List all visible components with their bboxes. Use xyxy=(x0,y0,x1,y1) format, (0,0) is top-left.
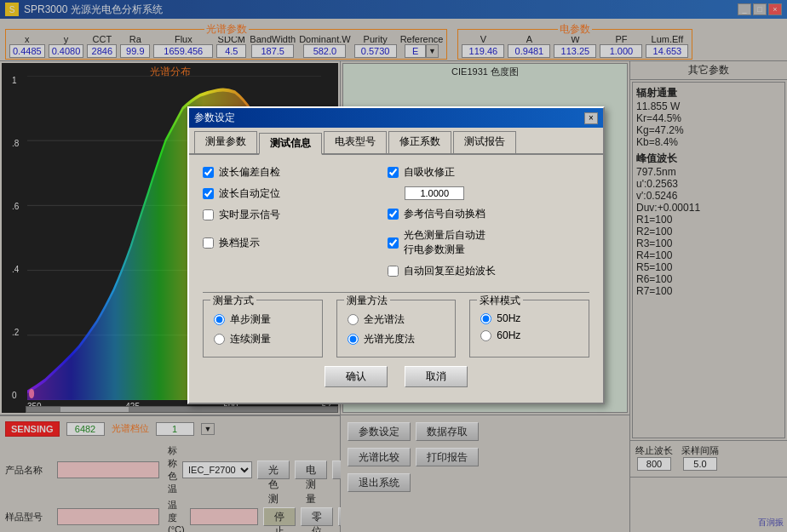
measure-mode-label: 测量方式 xyxy=(210,294,256,308)
continuous-radio[interactable] xyxy=(214,334,225,345)
wavelength-auto-pos-check[interactable] xyxy=(203,188,214,199)
60hz-row: 60Hz xyxy=(480,329,578,341)
ref-signal-auto-switch-row: 参考信号自动换档 xyxy=(388,207,589,221)
50hz-radio[interactable] xyxy=(480,313,491,324)
realtime-signal-label: 实时显示信号 xyxy=(219,208,280,222)
realtime-signal-row: 实时显示信号 xyxy=(203,208,371,222)
50hz-row: 50Hz xyxy=(480,312,578,324)
full-spectrum-radio[interactable] xyxy=(348,314,359,325)
measure-mode-group: 测量方式 单步测量 连续测量 xyxy=(203,300,323,358)
continuous-row: 连续测量 xyxy=(214,332,312,346)
confirm-button[interactable]: 确认 xyxy=(325,366,388,387)
sample-mode-group: 采样模式 50Hz 60Hz xyxy=(469,300,589,358)
auto-absorb-value-input[interactable] xyxy=(405,186,464,200)
auto-absorb-row: 自吸收修正 xyxy=(388,165,589,180)
dialog-buttons: 确认 取消 xyxy=(203,358,589,392)
wavelength-auto-pos-row: 波长自动定位 xyxy=(203,186,371,201)
auto-electric-param-label: 光色测量后自动进行电参数测量 xyxy=(404,228,485,257)
change-archive-check[interactable] xyxy=(203,237,214,249)
sample-mode-label: 采样模式 xyxy=(477,294,523,308)
measure-method-label: 测量方法 xyxy=(344,294,390,308)
auto-return-wavelength-check[interactable] xyxy=(388,266,399,277)
single-step-radio[interactable] xyxy=(214,314,225,325)
dialog-body: 波长偏差自检 波长自动定位 实时显示信号 换档提示 xyxy=(189,155,603,403)
dialog-tabs: 测量参数 测试信息 电表型号 修正系数 测试报告 xyxy=(189,128,603,155)
measure-method-group: 测量方法 全光谱法 光谱光度法 xyxy=(336,300,457,358)
modal-overlay: 参数设定 × 测量参数 测试信息 电表型号 修正系数 测试报告 波长偏差自检 xyxy=(0,0,787,532)
tab-test-info[interactable]: 测试信息 xyxy=(259,133,322,155)
tab-meter-model[interactable]: 电表型号 xyxy=(324,131,387,153)
wavelength-bias-row: 波长偏差自检 xyxy=(203,165,371,180)
dialog-divider xyxy=(203,292,589,293)
ref-signal-auto-switch-label: 参考信号自动换档 xyxy=(404,207,485,221)
full-spectrum-row: 全光谱法 xyxy=(348,312,445,327)
dialog-bottom-section: 测量方式 单步测量 连续测量 测量方法 全光谱法 xyxy=(203,300,589,358)
auto-electric-param-row: 光色测量后自动进行电参数测量 xyxy=(388,228,589,257)
change-archive-row: 换档提示 xyxy=(203,236,371,250)
left-checkboxes: 波长偏差自检 波长自动定位 实时显示信号 换档提示 xyxy=(203,165,371,285)
right-checkboxes: 自吸收修正 参考信号自动换档 光色测量后自动进行电参数测量 xyxy=(388,165,589,285)
wavelength-auto-pos-label: 波长自动定位 xyxy=(219,186,280,201)
dialog-close-button[interactable]: × xyxy=(584,112,598,124)
auto-absorb-label: 自吸收修正 xyxy=(404,165,455,180)
full-spectrum-label: 全光谱法 xyxy=(364,312,405,327)
dialog-title-bar: 参数设定 × xyxy=(189,108,603,128)
auto-absorb-check[interactable] xyxy=(388,167,399,178)
continuous-label: 连续测量 xyxy=(230,332,271,346)
dialog-title: 参数设定 xyxy=(194,111,235,125)
60hz-label: 60Hz xyxy=(497,329,520,341)
spectral-photometry-label: 光谱光度法 xyxy=(364,332,415,346)
change-archive-label: 换档提示 xyxy=(219,236,260,250)
tab-measure-params[interactable]: 测量参数 xyxy=(194,131,257,153)
params-dialog: 参数设定 × 测量参数 测试信息 电表型号 修正系数 测试报告 波长偏差自检 xyxy=(187,106,605,404)
realtime-signal-check[interactable] xyxy=(203,209,214,220)
tab-correction-factor[interactable]: 修正系数 xyxy=(388,131,451,153)
wavelength-bias-check[interactable] xyxy=(203,167,214,178)
ref-signal-auto-switch-check[interactable] xyxy=(388,209,399,220)
spectral-photometry-radio[interactable] xyxy=(348,334,359,345)
wavelength-bias-label: 波长偏差自检 xyxy=(219,165,280,180)
spectral-photometry-row: 光谱光度法 xyxy=(348,332,445,346)
auto-return-wavelength-row: 自动回复至起始波长 xyxy=(388,264,589,278)
tab-test-report[interactable]: 测试报告 xyxy=(453,131,516,153)
auto-return-wavelength-label: 自动回复至起始波长 xyxy=(404,264,496,278)
60hz-radio[interactable] xyxy=(480,330,491,341)
single-step-label: 单步测量 xyxy=(230,312,271,327)
50hz-label: 50Hz xyxy=(497,312,520,324)
single-step-row: 单步测量 xyxy=(214,312,312,327)
auto-electric-param-check[interactable] xyxy=(388,237,399,249)
cancel-button[interactable]: 取消 xyxy=(405,366,468,387)
